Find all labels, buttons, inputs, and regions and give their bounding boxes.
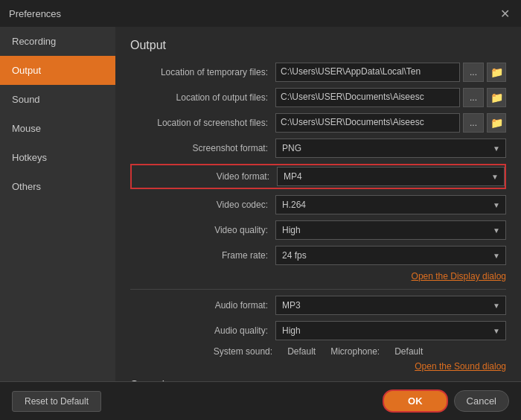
frame-rate-select[interactable]: 24 fps 30 fps 60 fps [275, 246, 506, 265]
preferences-dialog: Preferences ✕ Recording Output Sound Mou… [0, 0, 521, 420]
screenshot-format-row: Screenshot format: PNG JPG BMP ▼ [130, 139, 506, 158]
frame-rate-control: 24 fps 30 fps 60 fps ▼ [275, 246, 506, 265]
screenshot-files-label: Location of screenshot files: [130, 118, 275, 128]
video-quality-label: Video quality: [130, 225, 275, 235]
main-panel: Output Location of temporary files: C:\U… [115, 27, 521, 381]
screenshot-files-control: C:\Users\USER\Documents\Aiseesc ... 📁 [275, 113, 506, 133]
dialog-title: Preferences [9, 8, 61, 19]
close-button[interactable]: ✕ [497, 6, 512, 21]
temp-files-label: Location of temporary files: [130, 67, 275, 77]
folder-icon: 📁 [490, 117, 503, 129]
video-quality-wrapper: High Medium Low ▼ [275, 220, 506, 240]
video-format-control: MP4 AVI MOV WMV ▼ [277, 167, 505, 186]
display-link-row: Open the Display dialog [130, 271, 506, 281]
screenshot-files-folder-button[interactable]: 📁 [487, 113, 506, 133]
temp-files-dots-button[interactable]: ... [463, 63, 484, 82]
video-codec-select[interactable]: H.264 H.265 MPEG-4 [275, 195, 506, 214]
video-codec-wrapper: H.264 H.265 MPEG-4 ▼ [275, 195, 506, 214]
video-format-label: Video format: [132, 171, 277, 182]
output-files-folder-button[interactable]: 📁 [487, 88, 506, 107]
audio-format-select[interactable]: MP3 AAC WAV [275, 296, 506, 315]
system-sound-label: System sound: [214, 346, 272, 357]
screenshot-format-label: Screenshot format: [130, 143, 275, 153]
temp-files-control: C:\Users\USER\AppData\Local\Ten ... 📁 [275, 63, 506, 82]
output-files-row: Location of output files: C:\Users\USER\… [130, 88, 506, 107]
video-format-wrapper: MP4 AVI MOV WMV ▼ [277, 167, 505, 186]
sidebar: Recording Output Sound Mouse Hotkeys Oth… [0, 27, 115, 381]
video-quality-select[interactable]: High Medium Low [275, 220, 506, 240]
screenshot-files-dots-button[interactable]: ... [463, 113, 484, 133]
screenshot-format-select[interactable]: PNG JPG BMP [275, 139, 506, 158]
ok-button[interactable]: OK [383, 389, 448, 413]
sidebar-item-mouse[interactable]: Mouse [0, 114, 115, 143]
audio-format-wrapper: MP3 AAC WAV ▼ [275, 296, 506, 315]
system-sound-value: Default [287, 346, 316, 357]
output-section-title: Output [130, 39, 506, 52]
folder-icon: 📁 [490, 66, 503, 78]
open-sound-dialog-link[interactable]: Open the Sound dialog [415, 361, 506, 372]
audio-quality-wrapper: High Medium Low ▼ [275, 321, 506, 340]
video-quality-control: High Medium Low ▼ [275, 220, 506, 240]
sidebar-item-sound[interactable]: Sound [0, 85, 115, 114]
system-sound-info-row: System sound: Default Microphone: Defaul… [130, 346, 506, 357]
video-codec-row: Video codec: H.264 H.265 MPEG-4 ▼ [130, 195, 506, 214]
screenshot-files-input[interactable]: C:\Users\USER\Documents\Aiseesc [275, 113, 460, 133]
audio-format-control: MP3 AAC WAV ▼ [275, 296, 506, 315]
screenshot-format-control: PNG JPG BMP ▼ [275, 139, 506, 158]
bottom-bar: Reset to Default OK Cancel [0, 381, 521, 420]
title-bar: Preferences ✕ [0, 0, 521, 27]
frame-rate-wrapper: 24 fps 30 fps 60 fps ▼ [275, 246, 506, 265]
divider [130, 289, 506, 290]
sidebar-item-recording[interactable]: Recording [0, 27, 115, 56]
temp-files-input[interactable]: C:\Users\USER\AppData\Local\Ten [275, 63, 460, 82]
temp-files-folder-button[interactable]: 📁 [487, 63, 506, 82]
output-files-dots-button[interactable]: ... [463, 88, 484, 107]
audio-quality-select[interactable]: High Medium Low [275, 321, 506, 340]
screenshot-files-row: Location of screenshot files: C:\Users\U… [130, 113, 506, 133]
dialog-content: Recording Output Sound Mouse Hotkeys Oth… [0, 27, 521, 381]
reset-to-default-button[interactable]: Reset to Default [12, 391, 101, 412]
bottom-right-buttons: OK Cancel [383, 389, 509, 413]
audio-quality-row: Audio quality: High Medium Low ▼ [130, 321, 506, 340]
frame-rate-row: Frame rate: 24 fps 30 fps 60 fps ▼ [130, 246, 506, 265]
cancel-button[interactable]: Cancel [454, 390, 509, 412]
sound-link-row: Open the Sound dialog [130, 361, 506, 372]
audio-format-label: Audio format: [130, 300, 275, 311]
screenshot-format-wrapper: PNG JPG BMP ▼ [275, 139, 506, 158]
microphone-label: Microphone: [330, 346, 380, 357]
video-format-row: Video format: MP4 AVI MOV WMV ▼ [132, 167, 505, 186]
output-files-control: C:\Users\USER\Documents\Aiseesc ... 📁 [275, 88, 506, 107]
sidebar-item-hotkeys[interactable]: Hotkeys [0, 143, 115, 172]
output-files-input[interactable]: C:\Users\USER\Documents\Aiseesc [275, 88, 460, 107]
sidebar-item-others[interactable]: Others [0, 172, 115, 201]
video-quality-row: Video quality: High Medium Low ▼ [130, 220, 506, 240]
open-display-dialog-link[interactable]: Open the Display dialog [412, 271, 506, 281]
folder-icon: 📁 [490, 92, 503, 104]
video-format-select[interactable]: MP4 AVI MOV WMV [277, 167, 505, 186]
audio-format-row: Audio format: MP3 AAC WAV ▼ [130, 296, 506, 315]
frame-rate-label: Frame rate: [130, 250, 275, 261]
video-codec-label: Video codec: [130, 200, 275, 210]
audio-quality-control: High Medium Low ▼ [275, 321, 506, 340]
microphone-value: Default [394, 346, 423, 357]
temp-files-row: Location of temporary files: C:\Users\US… [130, 63, 506, 82]
video-format-highlighted: Video format: MP4 AVI MOV WMV ▼ [130, 164, 506, 189]
sidebar-item-output[interactable]: Output [0, 56, 115, 85]
video-codec-control: H.264 H.265 MPEG-4 ▼ [275, 195, 506, 214]
output-files-label: Location of output files: [130, 92, 275, 103]
audio-quality-label: Audio quality: [130, 325, 275, 336]
